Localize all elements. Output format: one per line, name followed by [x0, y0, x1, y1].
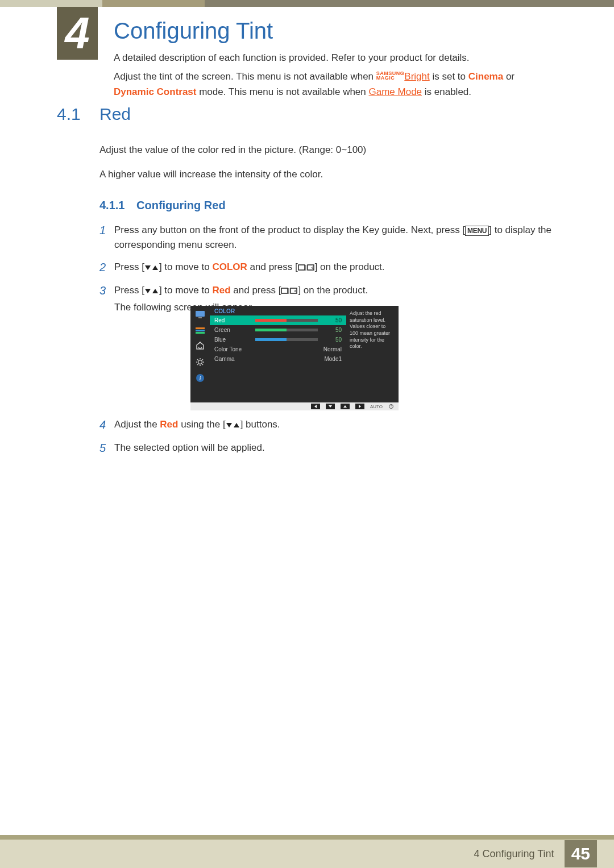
- step-4: 4 Adjust the Red using the [] buttons.: [99, 416, 557, 434]
- size-tab-icon: [194, 341, 206, 351]
- intro-paragraph: A detailed description of each function …: [114, 50, 557, 100]
- body-p2: A higher value will increase the intensi…: [99, 167, 557, 182]
- section-number: 4.1: [57, 105, 81, 124]
- section-body: Adjust the value of the color red in the…: [99, 142, 557, 191]
- chapter-title: Configuring Tint: [114, 18, 273, 44]
- svg-rect-12: [196, 327, 205, 329]
- nav-down-icon: [326, 404, 335, 409]
- step-1: 1 Press any button on the front of the p…: [99, 222, 557, 253]
- intro-line2b: is set to: [430, 71, 468, 82]
- step-2-number: 2: [99, 259, 112, 276]
- down-up-arrows-icon: [144, 285, 159, 296]
- subsection-title: Configuring Red: [136, 199, 226, 212]
- setup-tab-icon: [194, 357, 206, 367]
- source-enter-icon: [298, 261, 315, 272]
- step-4-text-a: Adjust the: [114, 419, 160, 430]
- step-3-text-b: ] to move to: [159, 285, 213, 296]
- intro-line1: A detailed description of each function …: [114, 52, 470, 63]
- menu-key: MENU: [465, 226, 489, 236]
- red-keyword-2: Red: [160, 419, 178, 430]
- osd-bottom-bar: AUTO: [190, 402, 399, 410]
- down-up-arrows-icon: [226, 419, 240, 430]
- step-2-text-b: ] to move to: [159, 261, 213, 272]
- step-2-text-d: ] on the product.: [315, 261, 385, 272]
- osd-colortone-value: Normal: [255, 346, 342, 352]
- page-top-bars: [0, 0, 614, 7]
- osd-row-colortone: Color Tone Normal: [210, 344, 346, 354]
- step-5-text: The selected option will be applied.: [114, 442, 265, 453]
- footer-chapter-ref: 4 Configuring Tint: [474, 848, 554, 860]
- intro-line2d: mode. This menu is not available when: [196, 86, 368, 97]
- osd-red-label: Red: [214, 317, 251, 323]
- nav-auto-text: AUTO: [370, 404, 383, 409]
- color-tab-icon: [194, 325, 206, 335]
- nav-power-icon: [388, 401, 394, 412]
- svg-rect-10: [196, 311, 205, 317]
- osd-main-panel: COLOR Red 50 Green 50 Blue 50 Color Tone…: [210, 306, 346, 402]
- step-1-text-a: Press any button on the front of the pro…: [114, 225, 465, 235]
- osd-blue-label: Blue: [214, 337, 251, 343]
- osd-help-panel: Adjust the red saturation level. Values …: [346, 306, 399, 402]
- osd-colortone-label: Color Tone: [214, 346, 251, 352]
- svg-point-15: [198, 360, 202, 364]
- intro-line2c: or: [503, 71, 515, 82]
- osd-blue-slider: [255, 338, 318, 341]
- game-mode-link[interactable]: Game Mode: [369, 86, 422, 97]
- svg-rect-11: [198, 317, 202, 318]
- dynamic-contrast-word: Dynamic Contrast: [114, 86, 196, 97]
- step-2: 2 Press [] to move to COLOR and press []…: [99, 259, 557, 276]
- osd-row-red: Red 50: [210, 315, 346, 325]
- section-title: Red: [99, 105, 131, 124]
- nav-up-icon: [341, 404, 350, 409]
- svg-marker-5: [145, 289, 151, 293]
- cinema-word: Cinema: [468, 71, 503, 82]
- osd-gamma-label: Gamma: [214, 356, 251, 362]
- step-5: 5 The selected option will be applied.: [99, 439, 557, 457]
- page-footer: 4 Configuring Tint 45: [0, 840, 614, 868]
- nav-right-icon: [355, 404, 364, 409]
- steps-list-lower: 4 Adjust the Red using the [] buttons. 5…: [99, 416, 557, 463]
- osd-help-text: Adjust the red saturation level. Values …: [350, 310, 390, 349]
- source-enter-icon: [281, 285, 298, 296]
- osd-gamma-value: Mode1: [255, 356, 342, 362]
- svg-rect-14: [196, 332, 205, 334]
- footer-bar-accent: [0, 835, 614, 840]
- svg-marker-21: [359, 405, 361, 408]
- step-3-text-c: and press [: [231, 285, 281, 296]
- svg-marker-24: [226, 423, 232, 427]
- osd-red-value: 50: [322, 317, 342, 323]
- red-keyword: Red: [212, 285, 230, 296]
- osd-panel-title: COLOR: [210, 306, 346, 315]
- osd-row-blue: Blue 50: [210, 335, 346, 344]
- osd-green-label: Green: [214, 327, 251, 333]
- svg-marker-6: [152, 289, 158, 293]
- svg-marker-18: [314, 405, 317, 408]
- step-2-text-c: and press [: [247, 261, 298, 272]
- step-3-number: 3: [99, 282, 112, 315]
- footer-page-number: 45: [565, 840, 597, 867]
- step-4-text-b: using the [: [178, 419, 225, 430]
- svg-marker-20: [343, 405, 347, 408]
- nav-left-icon: [311, 404, 320, 409]
- svg-rect-13: [196, 330, 205, 331]
- step-2-text-a: Press [: [114, 261, 144, 272]
- osd-red-slider: [255, 319, 318, 322]
- osd-screenshot: i COLOR Red 50 Green 50 Blue 50 Color To…: [190, 306, 399, 410]
- intro-line2e: is enabled.: [422, 86, 471, 97]
- svg-rect-4: [308, 265, 314, 270]
- svg-marker-19: [329, 405, 332, 408]
- svg-marker-1: [152, 265, 158, 270]
- osd-left-icons: i: [190, 306, 210, 402]
- info-tab-icon: i: [194, 373, 206, 383]
- picture-tab-icon: [194, 309, 206, 319]
- step-3-text-d: ] on the product.: [298, 285, 368, 296]
- svg-rect-7: [281, 288, 288, 293]
- step-4-number: 4: [99, 416, 112, 434]
- step-5-number: 5: [99, 439, 112, 457]
- chapter-number-badge: 4: [57, 7, 98, 60]
- bright-link[interactable]: Bright: [404, 71, 429, 82]
- svg-rect-2: [298, 265, 305, 270]
- svg-rect-9: [291, 288, 297, 293]
- osd-blue-value: 50: [322, 337, 342, 343]
- step-1-number: 1: [99, 222, 112, 253]
